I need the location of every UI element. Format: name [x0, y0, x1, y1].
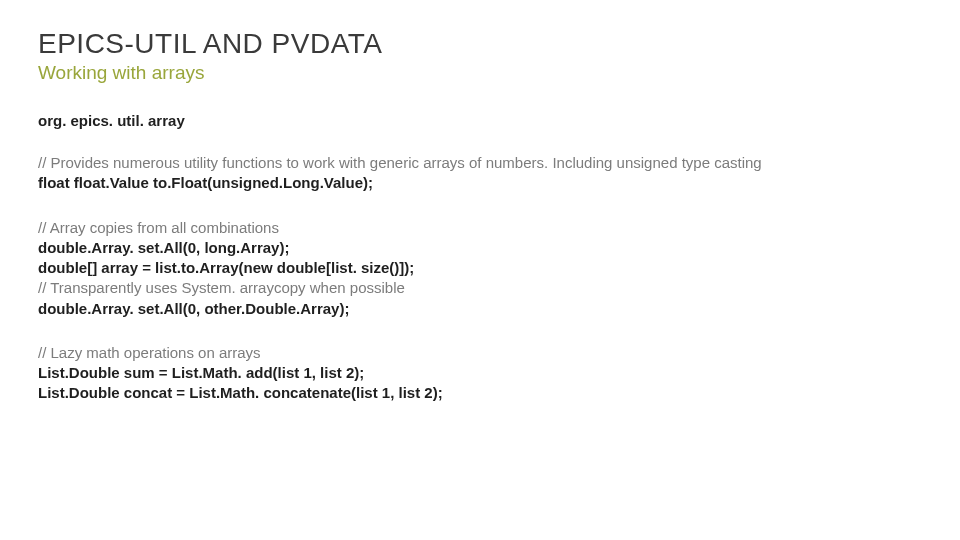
code-line: double.Array. set.All(0, long.Array);	[38, 238, 922, 258]
code-line: float float.Value to.Float(unsigned.Long…	[38, 173, 922, 193]
comment-line: // Provides numerous utility functions t…	[38, 153, 922, 173]
comment-line: // Transparently uses System. arraycopy …	[38, 278, 922, 298]
code-line: double.Array. set.All(0, other.Double.Ar…	[38, 299, 922, 319]
code-line: double[] array = list.to.Array(new doubl…	[38, 258, 922, 278]
code-line: List.Double sum = List.Math. add(list 1,…	[38, 363, 922, 383]
code-block-2: // Array copies from all combinations do…	[38, 218, 922, 319]
package-name: org. epics. util. array	[38, 112, 922, 129]
code-block-3: // Lazy math operations on arrays List.D…	[38, 343, 922, 404]
comment-line: // Array copies from all combinations	[38, 218, 922, 238]
slide-subtitle: Working with arrays	[38, 62, 922, 84]
code-line: List.Double concat = List.Math. concaten…	[38, 383, 922, 403]
slide-title: EPICS-UTIL AND PVDATA	[38, 28, 922, 60]
code-block-1: // Provides numerous utility functions t…	[38, 153, 922, 194]
comment-line: // Lazy math operations on arrays	[38, 343, 922, 363]
slide: EPICS-UTIL AND PVDATA Working with array…	[0, 0, 960, 540]
